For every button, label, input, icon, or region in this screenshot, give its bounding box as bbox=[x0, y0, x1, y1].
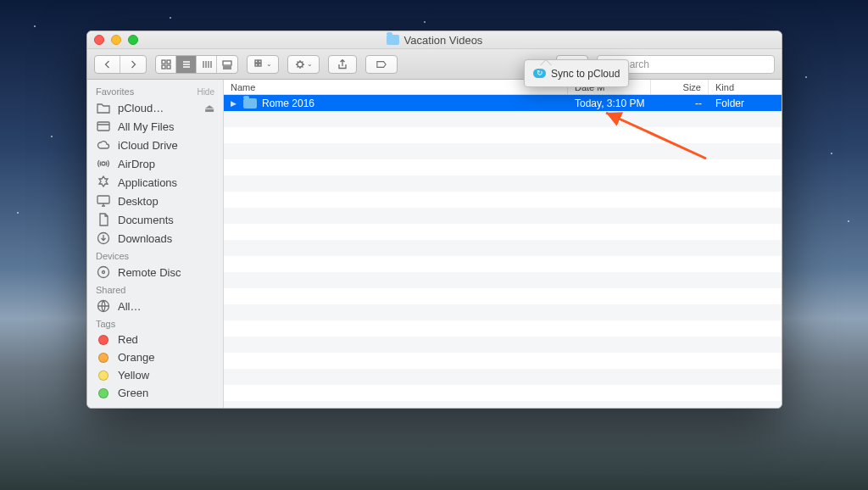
zoom-button[interactable] bbox=[128, 35, 138, 45]
sidebar-header-tags: Tags bbox=[87, 315, 223, 331]
arrange-button[interactable]: ⌄ bbox=[247, 55, 279, 74]
minimize-button[interactable] bbox=[111, 35, 121, 45]
folder-icon bbox=[96, 101, 111, 114]
applications-icon bbox=[96, 175, 111, 189]
sidebar-item-shared-all[interactable]: All… bbox=[87, 297, 223, 315]
window-title: Vacation Videos bbox=[404, 34, 483, 47]
svg-rect-14 bbox=[97, 196, 109, 203]
svg-rect-5 bbox=[255, 60, 258, 63]
finder-window: Vacation Videos bbox=[86, 31, 782, 409]
nav-back-forward bbox=[94, 55, 147, 74]
pcloud-popover: Sync to pCloud bbox=[524, 59, 629, 87]
table-row bbox=[224, 143, 782, 159]
svg-rect-2 bbox=[162, 65, 165, 69]
toolbar: ⌄ ⌄ ⌄ Search bbox=[87, 49, 782, 80]
svg-rect-12 bbox=[97, 122, 109, 131]
table-row bbox=[224, 369, 782, 385]
svg-point-17 bbox=[103, 271, 105, 274]
sidebar-header-devices: Devices bbox=[87, 248, 223, 263]
sidebar-tag-green[interactable]: Green bbox=[87, 384, 223, 402]
column-headers: Name ⌃ Date M Size Kind bbox=[224, 80, 782, 95]
network-icon bbox=[96, 299, 111, 313]
table-row bbox=[224, 127, 782, 143]
sidebar-tag-orange[interactable]: Orange bbox=[87, 348, 223, 366]
svg-rect-1 bbox=[167, 60, 170, 64]
view-columns-button[interactable] bbox=[197, 56, 217, 73]
sidebar-item-pcloud[interactable]: pCloud… ⏏ bbox=[87, 98, 223, 117]
tag-dot-icon bbox=[98, 370, 108, 381]
table-row bbox=[224, 320, 782, 337]
svg-point-13 bbox=[102, 162, 105, 165]
file-date: Today, 3:10 PM bbox=[568, 97, 651, 109]
file-kind: Folder bbox=[709, 97, 782, 109]
file-list: Name ⌃ Date M Size Kind ▶Rome 2016Today,… bbox=[224, 80, 782, 408]
view-coverflow-button[interactable] bbox=[217, 56, 237, 73]
table-row bbox=[224, 288, 782, 304]
back-button[interactable] bbox=[95, 56, 120, 73]
table-row bbox=[224, 272, 782, 288]
rows-container: ▶Rome 2016Today, 3:10 PM--Folder bbox=[224, 95, 782, 408]
svg-rect-4 bbox=[223, 61, 231, 65]
titlebar: Vacation Videos bbox=[87, 31, 782, 49]
table-row bbox=[224, 256, 782, 272]
table-row bbox=[224, 224, 782, 240]
sync-to-pcloud-item[interactable]: Sync to pCloud bbox=[533, 65, 620, 81]
disc-icon bbox=[96, 265, 111, 279]
table-row bbox=[224, 304, 782, 320]
file-size: -- bbox=[651, 97, 709, 109]
table-row bbox=[224, 337, 782, 353]
sidebar-item-desktop[interactable]: Desktop bbox=[87, 192, 223, 210]
svg-rect-3 bbox=[167, 65, 170, 69]
view-icons-button[interactable] bbox=[156, 56, 176, 73]
window-controls bbox=[94, 35, 138, 45]
pcloud-icon bbox=[533, 69, 546, 78]
sidebar-item-icloud[interactable]: iCloud Drive bbox=[87, 136, 223, 154]
table-row bbox=[224, 385, 782, 401]
table-row bbox=[224, 240, 782, 256]
column-size[interactable]: Size bbox=[651, 80, 709, 94]
file-name: Rome 2016 bbox=[262, 97, 314, 109]
share-button[interactable] bbox=[328, 55, 357, 74]
tag-dot-icon bbox=[98, 335, 108, 345]
table-row bbox=[224, 175, 782, 192]
view-list-button[interactable] bbox=[176, 56, 197, 73]
view-switcher bbox=[155, 55, 238, 74]
sidebar-item-documents[interactable]: Documents bbox=[87, 210, 223, 229]
downloads-icon bbox=[96, 231, 111, 245]
sidebar: Favorites Hide pCloud… ⏏ All My Files iC… bbox=[87, 80, 224, 408]
disclosure-triangle-icon[interactable]: ▶ bbox=[231, 99, 236, 108]
column-kind[interactable]: Kind bbox=[709, 80, 782, 94]
sidebar-header-favorites: Favorites Hide bbox=[87, 83, 223, 98]
table-row bbox=[224, 208, 782, 224]
sidebar-tag-red[interactable]: Red bbox=[87, 331, 223, 348]
airdrop-icon bbox=[96, 157, 111, 170]
sidebar-item-airdrop[interactable]: AirDrop bbox=[87, 154, 223, 173]
eject-icon[interactable]: ⏏ bbox=[204, 102, 214, 114]
svg-rect-0 bbox=[162, 60, 165, 64]
sidebar-header-shared: Shared bbox=[87, 281, 223, 297]
action-button[interactable]: ⌄ bbox=[287, 55, 320, 74]
forward-button[interactable] bbox=[120, 56, 146, 73]
sidebar-item-remote-disc[interactable]: Remote Disc bbox=[87, 263, 223, 281]
close-button[interactable] bbox=[94, 35, 104, 45]
sidebar-tag-yellow[interactable]: Yellow bbox=[87, 366, 223, 384]
sidebar-item-downloads[interactable]: Downloads bbox=[87, 229, 223, 248]
column-name[interactable]: Name ⌃ bbox=[224, 80, 568, 94]
sidebar-item-all-my-files[interactable]: All My Files bbox=[87, 117, 223, 136]
sidebar-item-applications[interactable]: Applications bbox=[87, 173, 223, 192]
svg-point-16 bbox=[98, 267, 109, 278]
table-row[interactable]: ▶Rome 2016Today, 3:10 PM--Folder bbox=[224, 95, 782, 111]
popover-label: Sync to pCloud bbox=[551, 68, 620, 80]
table-row bbox=[224, 353, 782, 369]
svg-rect-7 bbox=[255, 64, 258, 66]
tags-button[interactable] bbox=[365, 55, 398, 74]
desktop-icon bbox=[96, 194, 111, 208]
table-row bbox=[224, 111, 782, 127]
table-row bbox=[224, 159, 782, 175]
documents-icon bbox=[96, 213, 111, 226]
favorites-hide[interactable]: Hide bbox=[197, 87, 214, 97]
table-row bbox=[224, 401, 782, 408]
tag-dot-icon bbox=[98, 388, 108, 398]
folder-icon bbox=[387, 35, 399, 45]
folder-icon bbox=[243, 98, 257, 109]
